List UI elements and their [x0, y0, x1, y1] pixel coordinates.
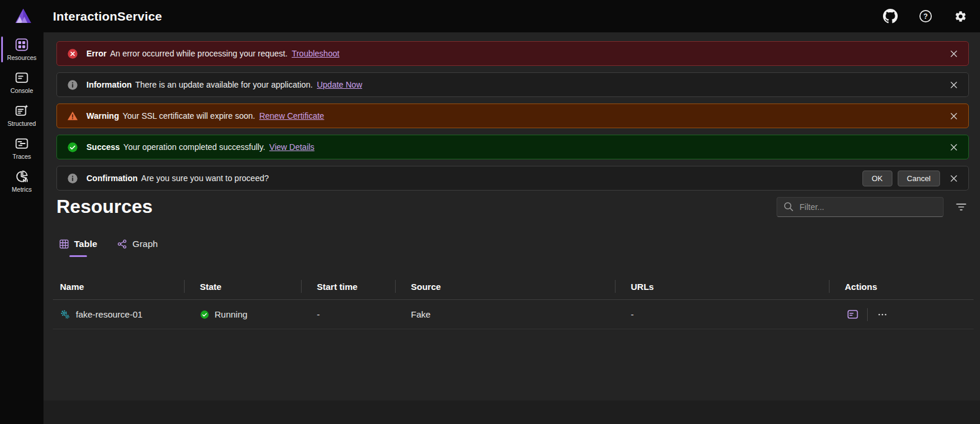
- gears-icon: [60, 309, 70, 319]
- table-header-row: Name State Start time Source URLs Action…: [53, 273, 974, 300]
- banner-warning: Warning Your SSL certificate will expire…: [56, 104, 969, 128]
- ok-button[interactable]: OK: [862, 171, 892, 186]
- banner-title: Success: [86, 142, 120, 152]
- sidebar-item-label: Traces: [12, 153, 31, 160]
- resource-state: Running: [215, 309, 247, 319]
- sidebar-item-resources[interactable]: Resources: [0, 34, 44, 65]
- banner-link[interactable]: Troubleshoot: [292, 49, 339, 58]
- resource-state-cell: Running: [184, 300, 301, 329]
- banner-confirmation: Confirmation Are you sure you want to pr…: [56, 166, 969, 191]
- banner-success: Success Your operation completed success…: [56, 135, 969, 159]
- close-icon[interactable]: [947, 109, 960, 122]
- column-header-urls: URLs: [615, 273, 829, 299]
- resource-name: fake-resource-01: [76, 309, 142, 319]
- sidebar-item-structured[interactable]: Structured: [0, 99, 44, 131]
- table-row[interactable]: fake-resource-01 Running - Fake -: [53, 300, 974, 329]
- info-circle-icon: [67, 173, 78, 184]
- banner-title: Confirmation: [86, 173, 138, 183]
- close-icon[interactable]: [947, 141, 960, 153]
- tab-label: Table: [74, 239, 97, 249]
- table-grid-icon: [59, 239, 69, 249]
- banner-information: Information There is an update available…: [56, 72, 969, 97]
- search-icon: [783, 201, 794, 212]
- column-header-start-time: Start time: [301, 273, 395, 299]
- banner-title: Error: [86, 49, 106, 58]
- console-icon: [15, 71, 29, 85]
- github-icon[interactable]: [882, 9, 898, 24]
- actions-divider: [867, 308, 868, 321]
- console-logs-icon[interactable]: [845, 308, 860, 322]
- graph-icon: [117, 239, 128, 249]
- sidebar-item-label: Resources: [7, 54, 36, 61]
- app-window: InteractionService ?: [0, 0, 980, 424]
- help-icon[interactable]: ?: [918, 9, 933, 24]
- traces-icon: [15, 136, 29, 151]
- banner-link[interactable]: Update Now: [317, 80, 362, 89]
- sidebar-item-label: Console: [11, 87, 34, 94]
- filter-funnel-icon[interactable]: [954, 199, 969, 215]
- svg-text:?: ?: [923, 12, 927, 21]
- resource-name-cell: fake-resource-01: [53, 300, 184, 329]
- banner-title: Warning: [86, 111, 119, 121]
- column-header-name: Name: [53, 273, 184, 299]
- info-circle-icon: [67, 79, 78, 91]
- banner-error: Error An error occurred while processing…: [56, 41, 969, 66]
- sidebar-item-label: Metrics: [12, 186, 32, 193]
- error-circle-icon: [67, 48, 78, 59]
- sidebar-item-metrics[interactable]: Metrics: [0, 165, 44, 197]
- warning-triangle-icon: [67, 111, 78, 122]
- page-header: Resources: [56, 196, 969, 218]
- banner-message: Are you sure you want to proceed?: [141, 173, 269, 183]
- column-header-source: Source: [395, 273, 615, 299]
- filter-area: [777, 197, 969, 217]
- column-header-actions: Actions: [829, 273, 974, 299]
- filter-searchbox: [777, 197, 944, 217]
- tab-table[interactable]: Table: [56, 236, 99, 257]
- close-icon[interactable]: [947, 47, 960, 60]
- running-check-icon: [200, 310, 209, 319]
- resource-actions-cell: [829, 300, 974, 329]
- aspire-logo-icon: [15, 8, 32, 25]
- close-icon[interactable]: [947, 172, 960, 185]
- tab-graph[interactable]: Graph: [115, 236, 160, 257]
- sidebar-item-console[interactable]: Console: [0, 66, 44, 98]
- success-circle-icon: [67, 142, 78, 153]
- resources-table: Name State Start time Source URLs Action…: [53, 273, 974, 329]
- banner-link[interactable]: Renew Certificate: [259, 111, 325, 121]
- tab-label: Graph: [132, 239, 158, 249]
- page-title: Resources: [56, 196, 153, 218]
- sidebar-item-label: Structured: [8, 120, 36, 127]
- banner-message: Your SSL certificate will expire soon.: [122, 111, 255, 121]
- banner-title: Information: [86, 80, 132, 89]
- resource-start-time-cell: -: [301, 300, 395, 329]
- app-title: InteractionService: [53, 0, 162, 32]
- structured-logs-icon: [15, 104, 29, 118]
- resource-urls-cell: -: [615, 300, 829, 329]
- banner-message: Your operation completed successfully.: [123, 142, 265, 152]
- bottom-strip: [44, 400, 980, 424]
- resource-source-cell: Fake: [395, 300, 615, 329]
- banner-message: An error occurred while processing your …: [110, 49, 287, 58]
- resources-grid-icon: [15, 38, 29, 52]
- topbar-actions: ?: [882, 0, 968, 32]
- close-icon[interactable]: [947, 78, 960, 91]
- sidebar-item-traces[interactable]: Traces: [0, 132, 44, 164]
- column-header-state: State: [184, 273, 301, 299]
- metrics-icon: [15, 169, 29, 183]
- ellipsis-icon[interactable]: [875, 308, 890, 322]
- settings-gear-icon[interactable]: [953, 9, 968, 24]
- view-tabs: Table Graph: [56, 236, 160, 257]
- message-banners: Error An error occurred while processing…: [56, 41, 969, 191]
- top-bar: InteractionService ?: [0, 0, 980, 32]
- sidebar: Resources Console Structured: [0, 32, 44, 424]
- banner-message: There is an update available for your ap…: [135, 80, 313, 89]
- cancel-button[interactable]: Cancel: [898, 171, 940, 186]
- banner-link[interactable]: View Details: [269, 142, 315, 152]
- filter-input[interactable]: [777, 197, 944, 217]
